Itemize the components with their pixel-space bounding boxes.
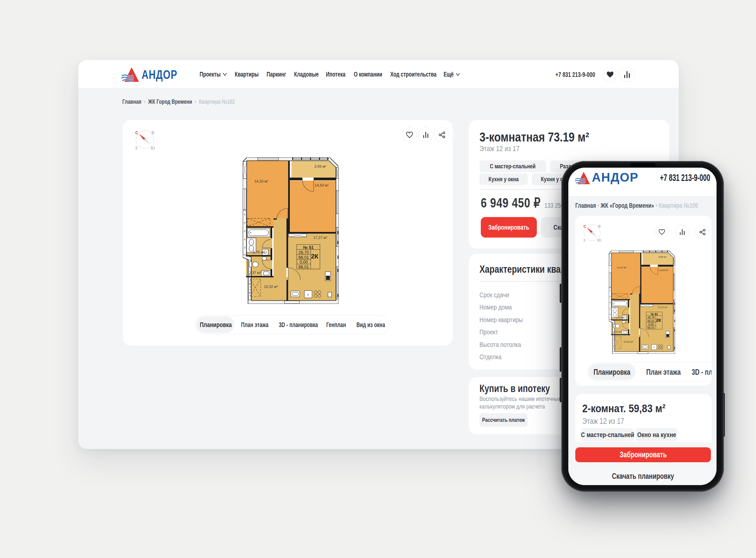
svg-text:В: В xyxy=(151,131,154,135)
svg-text:С: С xyxy=(135,131,138,135)
svg-text:З: З xyxy=(135,146,137,150)
svg-text:Ю: Ю xyxy=(151,146,155,150)
